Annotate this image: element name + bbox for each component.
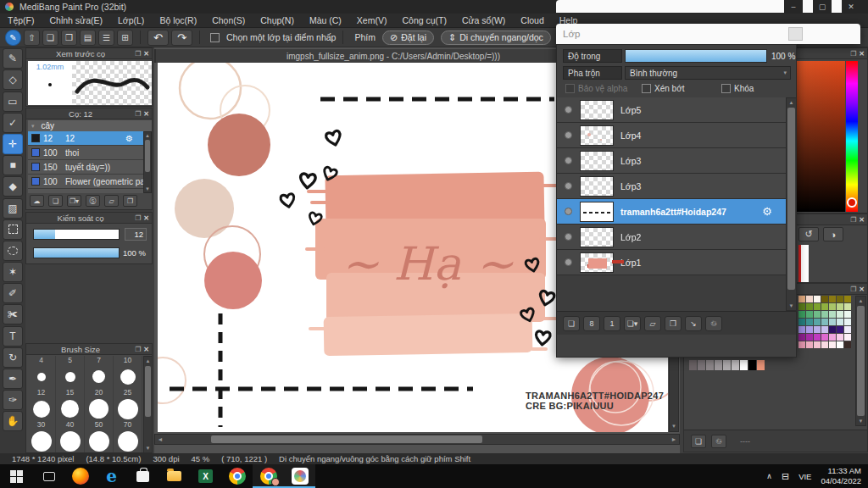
select-layer-on-click-checkbox[interactable] [210,33,220,42]
popout-icon[interactable]: ❐ [135,346,141,353]
brush-group-row[interactable]: ▾ cây [28,120,152,131]
reset-button[interactable]: ⊘Đặt lại [382,30,434,45]
close-icon[interactable]: ✕ [143,214,149,222]
bucket-tool[interactable]: ◆ [3,176,23,197]
undo-button[interactable]: ↶ [147,30,169,46]
select-pen-tool[interactable]: ✐ [3,283,23,303]
layer-visibility-icon[interactable] [565,157,572,164]
menu-item[interactable]: Màu (C) [302,14,349,28]
script-brush[interactable]: Ⓢ [86,195,100,207]
custom-swatch[interactable] [698,360,705,370]
brush-size-option[interactable]: 30 [27,420,56,452]
close-icon[interactable]: ✕ [143,110,149,118]
curve-tool[interactable]: ✓ [3,113,23,133]
popout-icon[interactable]: ❐ [135,214,141,222]
eraser-tool[interactable]: ◇ [3,69,23,90]
add-layer[interactable]: ❏ [563,316,580,331]
brush-size-option[interactable]: 20 [85,388,114,420]
clock[interactable]: 11:33 AM 04/04/2022 [821,466,861,486]
copy-brush[interactable]: ❐ [123,195,137,207]
protect-alpha-checkbox[interactable]: Bảo vệ alpha [565,84,627,93]
layer-opacity-slider[interactable] [625,49,767,63]
comment-alt[interactable]: ❐ [61,30,77,46]
layer-visibility-icon[interactable] [565,131,572,139]
menu-item[interactable]: Chọn(S) [204,14,253,28]
delete-layer[interactable]: ♲ [705,316,722,331]
menu-item[interactable]: Tệp(F) [0,14,42,28]
edge-taskbar-button[interactable]: e [96,464,127,488]
layer-row[interactable]: Lớp3 ⚙ [557,174,786,199]
layer-folder[interactable]: ▱ [644,316,661,331]
layer-visibility-icon[interactable] [565,258,572,266]
layer-visibility-icon[interactable] [565,208,572,215]
duplicate-layer[interactable]: ❐ [665,316,682,331]
new-brush[interactable]: ❏ [48,195,63,207]
move-direction-button[interactable]: ⇕Di chuyển ngang/dọc [441,30,551,45]
clipping-checkbox[interactable]: Xén bớt [642,84,684,93]
layer-visibility-icon[interactable] [565,233,572,241]
chrome-taskbar-button[interactable] [221,464,253,488]
cloud-download[interactable]: ☁ [30,195,44,207]
menu-item[interactable]: Chỉnh sửa(E) [42,14,110,28]
file-explorer-taskbar-button[interactable] [159,464,190,488]
brush-settings-gear-icon[interactable]: ⚙ [125,134,133,143]
task-view-button[interactable] [33,464,64,488]
lock-checkbox[interactable]: Khóa [721,84,754,93]
custom-swatch[interactable] [723,360,731,370]
menu-item[interactable]: Chụp(N) [253,14,302,28]
brush-size-scrollbar[interactable]: ▲ ▼ [143,356,153,453]
brush-opacity-slider[interactable] [33,247,120,258]
shape-tool[interactable]: ▭ [3,92,23,112]
popout-icon[interactable]: ❐ [135,110,141,118]
brush-row[interactable]: 150 tuyết dày=)) ⚙ [28,160,143,175]
eyedropper-tool[interactable]: ✑ [3,390,23,410]
menu-item[interactable]: Lớp(L) [110,14,152,28]
gradient-tool[interactable]: ▨ [3,198,23,219]
custom-swatch[interactable] [757,360,765,370]
transfer-layer[interactable]: ↘ [685,316,702,331]
brush-row[interactable]: 12 12 ⚙ [28,131,143,146]
brush-size-option[interactable]: 7 [85,356,114,388]
add-special-layer[interactable]: ❏▾ [624,316,641,331]
close-icon[interactable]: ✕ [143,346,149,353]
material-list[interactable]: ☰ [98,30,114,46]
layer-row[interactable]: Lớp3 ⚙ [557,148,786,174]
fill-shape-tool[interactable]: ■ [3,155,23,175]
select-eraser-tool[interactable]: ✀ [3,304,23,324]
layers-window-dock-button[interactable] [788,27,803,41]
comment[interactable]: ❏ [42,30,58,46]
hand-tool[interactable]: ✋ [3,411,23,431]
add-8bit-layer[interactable]: 8 [583,316,600,331]
menu-item[interactable]: Công cụ(T) [394,14,454,28]
brush-size-slider[interactable] [33,229,120,240]
move-tool[interactable]: ✛ [3,134,23,154]
layer-row[interactable]: Lớp2 ⚙ [557,225,786,250]
custom-swatch[interactable] [732,360,739,370]
redo-button[interactable]: ↷ [171,30,192,46]
custom-swatch[interactable] [689,360,697,370]
layer-list-scrollbar[interactable]: ▲ ▼ [786,97,797,311]
text-tool[interactable]: T [3,326,23,347]
divide-tool[interactable]: ✒ [3,369,23,389]
menu-item[interactable]: Cloud [513,14,551,28]
brush-size-option[interactable]: 5 [56,356,85,388]
store-taskbar-button[interactable] [127,464,159,488]
firefox-taskbar-button[interactable] [64,464,96,488]
brush-size-option[interactable]: 50 [85,420,114,452]
brush-row[interactable]: 100 Flower (geometric patt ⚙ [28,175,143,189]
blend-mode-select[interactable]: Bình thường ▾ [625,66,791,80]
language-indicator[interactable]: VIE [798,472,811,481]
brush-size-option[interactable]: 12 [27,388,56,420]
custom-swatch[interactable] [748,360,756,370]
brush-size-option[interactable]: 40 [56,420,85,452]
brush-size-value[interactable]: 12 [125,228,147,241]
duplicate-brush-menu[interactable]: ❐▾ [67,195,81,207]
magic-wand-tool[interactable]: ✶ [3,262,23,282]
lasso-tool[interactable] [3,241,23,261]
minimize-button[interactable]: – [784,0,803,13]
brush-row[interactable]: 100 thoi ⚙ [28,146,143,160]
brush-list-scrollbar[interactable]: ▲ ▼ [143,131,152,193]
medibang-taskbar-button[interactable] [284,464,315,488]
popout-icon[interactable]: ❐ [135,50,141,58]
snap-brush[interactable]: ✎ [5,30,21,46]
